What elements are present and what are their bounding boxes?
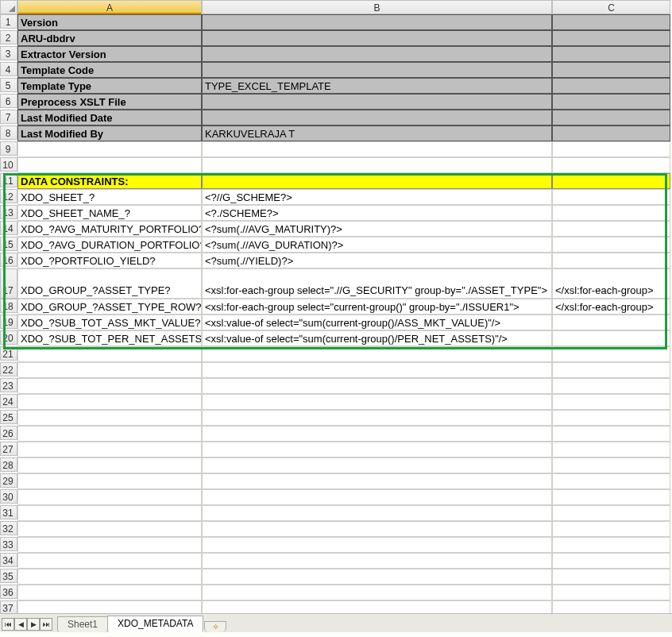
row-header[interactable]: 21: [0, 346, 17, 361]
cell[interactable]: [202, 94, 552, 110]
cell[interactable]: [202, 521, 552, 537]
cell[interactable]: [202, 457, 552, 473]
cell[interactable]: <?sum(.//AVG_DURATION)?>: [202, 237, 552, 253]
row-header[interactable]: 14: [0, 221, 17, 235]
cell[interactable]: Last Modified Date: [17, 110, 202, 125]
cell[interactable]: [552, 378, 670, 394]
cell[interactable]: <?./SCHEME?>: [202, 205, 552, 221]
row-header[interactable]: 13: [0, 205, 17, 219]
cell[interactable]: <xsl:for-each-group select=".//G_SECURIT…: [202, 268, 552, 299]
row-header[interactable]: 29: [0, 473, 17, 488]
new-sheet-icon[interactable]: ✧: [204, 621, 226, 632]
row-header[interactable]: 22: [0, 362, 17, 376]
cell[interactable]: [202, 14, 552, 30]
cell[interactable]: [202, 426, 552, 442]
cell[interactable]: </xsl:for-each-group>: [552, 268, 670, 299]
col-header-A[interactable]: A: [17, 0, 202, 14]
row-header[interactable]: 23: [0, 378, 17, 392]
cell[interactable]: [552, 489, 670, 505]
cell[interactable]: [17, 426, 202, 442]
cell[interactable]: XDO_?AVG_MATURITY_PORTFOLIO?: [17, 221, 202, 237]
cell[interactable]: [552, 205, 670, 221]
cell[interactable]: [552, 442, 670, 457]
row-header[interactable]: 28: [0, 457, 17, 472]
cell[interactable]: [552, 94, 670, 110]
cell[interactable]: KARKUVELRAJA T: [202, 125, 552, 141]
row-header[interactable]: 6: [0, 94, 17, 108]
row-header[interactable]: 20: [0, 330, 17, 345]
cell[interactable]: [552, 457, 670, 473]
cell[interactable]: [552, 394, 670, 410]
cell[interactable]: [552, 315, 670, 330]
row-header[interactable]: 25: [0, 410, 17, 424]
cell[interactable]: [202, 362, 552, 378]
cell[interactable]: [202, 141, 552, 157]
cell[interactable]: XDO_SHEET_?: [17, 189, 202, 205]
nav-next-icon[interactable]: ▶: [27, 618, 40, 631]
row-header[interactable]: 26: [0, 426, 17, 440]
cell[interactable]: XDO_?SUB_TOT_PER_NET_ASSETS?: [17, 330, 202, 346]
row-header[interactable]: 5: [0, 78, 17, 92]
row-header[interactable]: 19: [0, 315, 17, 329]
cell[interactable]: [17, 157, 202, 173]
cell[interactable]: [552, 189, 670, 205]
cell[interactable]: [552, 78, 670, 94]
cell[interactable]: XDO_SHEET_NAME_?: [17, 205, 202, 221]
cell[interactable]: [552, 173, 670, 189]
tab-xdo-metadata[interactable]: XDO_METADATA: [107, 616, 203, 632]
cell[interactable]: [17, 489, 202, 505]
cell[interactable]: [552, 521, 670, 537]
cell[interactable]: DATA CONSTRAINTS:: [17, 173, 202, 189]
cell[interactable]: [17, 346, 202, 362]
cell[interactable]: [17, 362, 202, 378]
cell[interactable]: [17, 442, 202, 457]
row-header[interactable]: 17: [0, 268, 17, 299]
cell[interactable]: [202, 46, 552, 62]
row-header[interactable]: 16: [0, 253, 17, 267]
cell[interactable]: [202, 62, 552, 78]
cell[interactable]: [202, 569, 552, 585]
cell[interactable]: [552, 110, 670, 125]
row-header[interactable]: 36: [0, 585, 17, 599]
cell[interactable]: [17, 378, 202, 394]
cell[interactable]: Template Type: [17, 78, 202, 94]
cell[interactable]: [202, 346, 552, 362]
cell[interactable]: [202, 473, 552, 489]
cell[interactable]: <?sum(.//AVG_MATURITY)?>: [202, 221, 552, 237]
row-header[interactable]: 31: [0, 505, 17, 519]
cell[interactable]: [17, 473, 202, 489]
cell[interactable]: <?//G_SCHEME?>: [202, 189, 552, 205]
row-header[interactable]: 10: [0, 157, 17, 172]
cell[interactable]: [202, 378, 552, 394]
cell[interactable]: XDO_?PORTFOLIO_YIELD?: [17, 253, 202, 268]
cell[interactable]: Extractor Version: [17, 46, 202, 62]
cell[interactable]: [202, 410, 552, 426]
cell[interactable]: </xsl:for-each-group>: [552, 299, 670, 315]
row-header[interactable]: 24: [0, 394, 17, 408]
cell[interactable]: Preprocess XSLT File: [17, 94, 202, 110]
cell[interactable]: [552, 14, 670, 30]
cell[interactable]: [552, 253, 670, 268]
cell[interactable]: [552, 505, 670, 521]
row-header[interactable]: 8: [0, 125, 17, 140]
nav-first-icon[interactable]: ⏮: [2, 618, 14, 631]
cell[interactable]: [552, 346, 670, 362]
cell[interactable]: [17, 505, 202, 521]
row-header[interactable]: 7: [0, 110, 17, 124]
cell[interactable]: [202, 537, 552, 553]
cell[interactable]: [552, 537, 670, 553]
cell[interactable]: XDO_GROUP_?ASSET_TYPE_ROW?: [17, 299, 202, 315]
cell[interactable]: [202, 157, 552, 173]
row-header[interactable]: 33: [0, 537, 17, 551]
cell[interactable]: [202, 442, 552, 457]
row-header[interactable]: 3: [0, 46, 17, 60]
cell[interactable]: [17, 394, 202, 410]
cell[interactable]: <?sum(.//YIELD)?>: [202, 253, 552, 268]
cell[interactable]: [552, 410, 670, 426]
col-header-C[interactable]: C: [552, 0, 670, 14]
row-header[interactable]: 32: [0, 521, 17, 535]
cell[interactable]: Version: [17, 14, 202, 30]
cell[interactable]: XDO_?AVG_DURATION_PORTFOLIO?: [17, 237, 202, 253]
cell[interactable]: [552, 553, 670, 569]
cell[interactable]: [552, 585, 670, 600]
